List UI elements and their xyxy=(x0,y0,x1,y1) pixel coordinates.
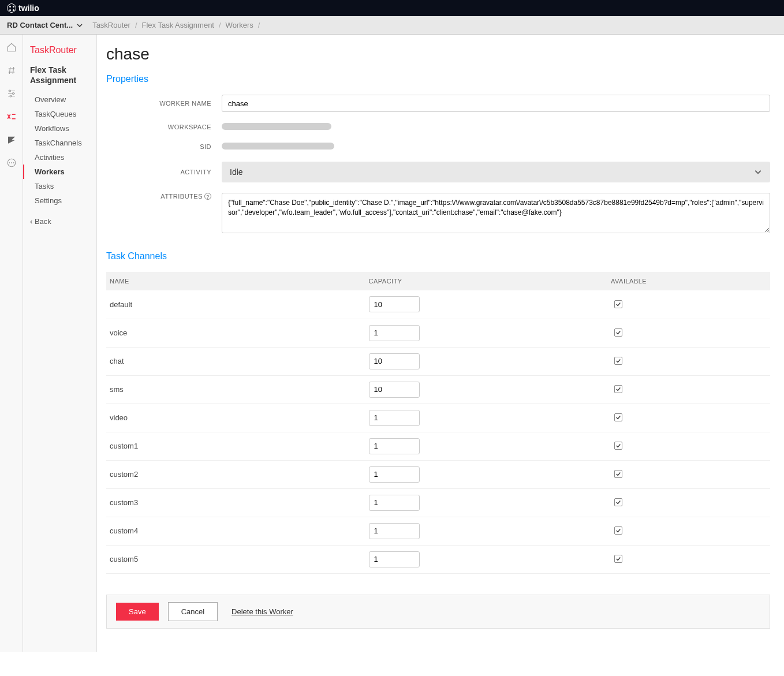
table-row: custom4 xyxy=(106,517,770,545)
breadcrumb-separator: / xyxy=(258,21,260,29)
twilio-logo[interactable]: twilio xyxy=(7,3,39,13)
channel-name: voice xyxy=(106,319,365,347)
svg-point-2 xyxy=(10,95,12,97)
capacity-input[interactable] xyxy=(369,382,420,398)
brand-text: twilio xyxy=(18,3,39,13)
breadcrumb[interactable]: TaskRouter xyxy=(92,21,130,29)
breadcrumb-bar: RD Contact Cent... TaskRouter / Flex Tas… xyxy=(0,16,784,35)
chevron-down-icon[interactable] xyxy=(76,22,83,29)
sidebar-item-taskchannels[interactable]: TaskChannels xyxy=(30,136,96,150)
activity-label: ACTIVITY xyxy=(106,169,222,175)
available-checkbox[interactable] xyxy=(614,413,622,421)
available-checkbox[interactable] xyxy=(614,498,622,506)
sidebar: TaskRouter Flex Task Assignment Overview… xyxy=(23,35,97,652)
task-channels-table: NAME CAPACITY AVAILABLE defaultvoicechat… xyxy=(106,272,770,574)
capacity-input[interactable] xyxy=(369,523,420,539)
channel-name: video xyxy=(106,404,365,432)
col-name: NAME xyxy=(106,272,365,290)
available-checkbox[interactable] xyxy=(614,442,622,450)
sidebar-item-workflows[interactable]: Workflows xyxy=(30,121,96,136)
delete-worker-link[interactable]: Delete this Worker xyxy=(232,607,293,616)
hash-icon[interactable] xyxy=(6,65,17,76)
channel-name: custom5 xyxy=(106,545,365,573)
table-row: chat xyxy=(106,347,770,375)
breadcrumb[interactable]: Flex Task Assignment xyxy=(142,21,214,29)
available-checkbox[interactable] xyxy=(614,328,622,337)
attributes-label: ATTRIBUTES? xyxy=(106,193,222,200)
available-checkbox[interactable] xyxy=(614,385,622,393)
sliders-icon[interactable] xyxy=(6,88,17,99)
attributes-textarea[interactable] xyxy=(222,193,770,233)
table-row: custom1 xyxy=(106,432,770,460)
footer-action-bar: Save Cancel Delete this Worker xyxy=(106,595,770,629)
icon-rail xyxy=(0,35,23,652)
home-icon[interactable] xyxy=(6,42,17,53)
more-icon[interactable] xyxy=(6,157,17,169)
page-title: chase xyxy=(106,45,770,64)
sidebar-item-overview[interactable]: Overview xyxy=(30,92,96,107)
svg-point-5 xyxy=(11,162,12,163)
taskrouter-icon[interactable] xyxy=(6,111,17,122)
sid-label: SID xyxy=(106,143,222,150)
activity-select[interactable]: Idle xyxy=(222,162,770,182)
capacity-input[interactable] xyxy=(369,410,420,426)
col-available: AVAILABLE xyxy=(611,272,770,290)
topbar: twilio xyxy=(0,0,784,16)
capacity-input[interactable] xyxy=(369,296,420,312)
chevron-down-icon xyxy=(754,168,762,176)
sidebar-item-workers[interactable]: Workers xyxy=(23,165,96,179)
capacity-input[interactable] xyxy=(369,551,420,567)
cancel-button[interactable]: Cancel xyxy=(168,602,218,621)
sidebar-item-taskqueues[interactable]: TaskQueues xyxy=(30,107,96,121)
capacity-input[interactable] xyxy=(369,438,420,454)
breadcrumb-separator: / xyxy=(135,21,137,29)
sidebar-workspace-name: Flex Task Assignment xyxy=(30,65,96,85)
table-row: sms xyxy=(106,375,770,404)
col-capacity: CAPACITY xyxy=(365,272,611,290)
workspace-label: WORKSPACE xyxy=(106,124,222,130)
table-row: voice xyxy=(106,319,770,347)
flex-icon[interactable] xyxy=(6,134,17,145)
channel-name: chat xyxy=(106,347,365,375)
svg-point-0 xyxy=(9,90,10,92)
sidebar-item-settings[interactable]: Settings xyxy=(30,193,96,208)
breadcrumb[interactable]: Workers xyxy=(226,21,253,29)
properties-header: Properties xyxy=(106,74,770,84)
table-row: custom3 xyxy=(106,488,770,517)
available-checkbox[interactable] xyxy=(614,526,622,535)
available-checkbox[interactable] xyxy=(614,357,622,365)
channel-name: custom3 xyxy=(106,488,365,517)
save-button[interactable]: Save xyxy=(116,603,159,621)
available-checkbox[interactable] xyxy=(614,470,622,478)
sidebar-item-activities[interactable]: Activities xyxy=(30,150,96,165)
channel-name: custom1 xyxy=(106,432,365,460)
sid-value-redacted xyxy=(222,143,334,150)
available-checkbox[interactable] xyxy=(614,300,622,308)
project-switcher[interactable]: RD Contact Cent... xyxy=(7,21,73,29)
back-link[interactable]: ‹ Back xyxy=(30,217,96,226)
channel-name: custom4 xyxy=(106,517,365,545)
capacity-input[interactable] xyxy=(369,495,420,511)
worker-name-input[interactable] xyxy=(222,95,770,112)
help-icon[interactable]: ? xyxy=(204,193,211,200)
channel-name: custom2 xyxy=(106,460,365,488)
svg-point-1 xyxy=(12,93,14,95)
channel-name: sms xyxy=(106,375,365,404)
capacity-input[interactable] xyxy=(369,353,420,369)
breadcrumb-separator: / xyxy=(219,21,221,29)
capacity-input[interactable] xyxy=(369,325,420,341)
task-channels-header: Task Channels xyxy=(106,251,770,262)
table-row: video xyxy=(106,404,770,432)
worker-name-label: WORKER NAME xyxy=(106,100,222,107)
main-content: chase Properties WORKER NAME WORKSPACE S… xyxy=(97,35,784,652)
channel-name: default xyxy=(106,290,365,319)
table-row: default xyxy=(106,290,770,319)
capacity-input[interactable] xyxy=(369,466,420,483)
available-checkbox[interactable] xyxy=(614,555,622,563)
table-row: custom2 xyxy=(106,460,770,488)
table-row: custom5 xyxy=(106,545,770,573)
sidebar-item-tasks[interactable]: Tasks xyxy=(30,179,96,193)
sidebar-section-title: TaskRouter xyxy=(30,45,96,55)
twilio-logo-icon xyxy=(7,3,16,13)
svg-point-4 xyxy=(9,162,10,163)
